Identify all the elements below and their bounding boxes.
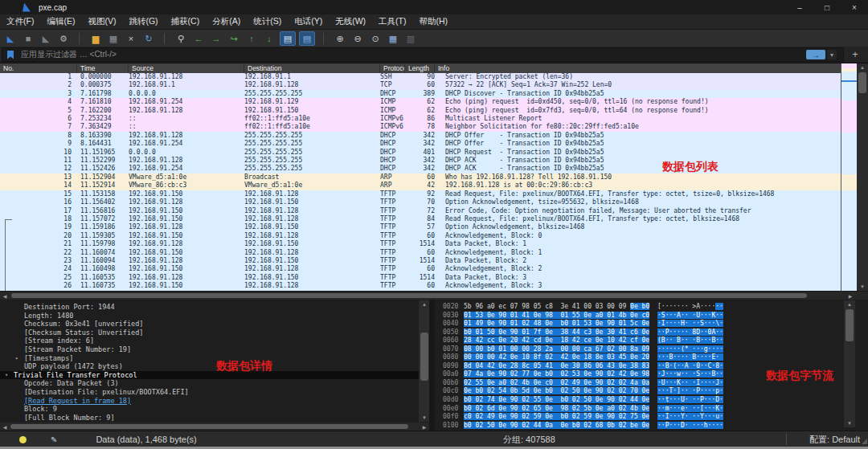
scroll-right-icon[interactable]: ▶ <box>845 292 855 300</box>
packet-map[interactable] <box>841 63 857 291</box>
go-forward-icon[interactable]: → <box>209 32 223 45</box>
packet-row[interactable]: 1611.156402192.168.91.128192.168.91.150T… <box>0 198 841 206</box>
menu-item-10[interactable]: 工具(T) <box>372 14 412 29</box>
detail-vscrollbar[interactable]: ▲ ▼ <box>419 300 430 422</box>
detail-tree-row[interactable]: [Destination File: pxelinux/BOOTX64.EFI] <box>0 388 429 397</box>
detail-tree-row[interactable]: Length: 1480 <box>0 312 429 320</box>
capture-comment-icon[interactable]: ✎ <box>51 435 57 444</box>
hex-row[interactable]: 004001 49 0e 90 01 02 48 0e b0 01 53 0e … <box>435 320 868 329</box>
detail-tree-row[interactable]: [Stream Packet Number: 19] <box>0 345 429 354</box>
hex-row[interactable]: 00205b 96 a0 ec 07 98 05 c8 3e 41 00 03 … <box>435 303 868 312</box>
packet-row[interactable]: 1711.156816192.168.91.150192.168.91.128T… <box>0 207 841 215</box>
save-file-icon[interactable]: ▦ <box>106 32 121 45</box>
packet-row[interactable]: 1811.157072192.168.91.150192.168.91.128T… <box>0 215 841 223</box>
hex-row[interactable]: 007008 00 b0 01 00 00 28 2a 00 00 ca 67 … <box>435 345 868 354</box>
hex-row[interactable]: 0050b0 01 50 0e 90 01 7f 0e 38 44 c3 0e … <box>435 329 868 337</box>
go-back-icon[interactable]: ← <box>191 32 206 45</box>
packet-list-hscroll-thumb[interactable] <box>11 293 807 298</box>
detail-tree-row[interactable]: Opcode: Data Packet (3) <box>0 379 429 388</box>
detail-hscroll-thumb[interactable] <box>10 424 408 429</box>
scroll-down-icon[interactable]: ▼ <box>857 283 868 291</box>
pane-splitter[interactable] <box>429 300 435 431</box>
tree-expanded-icon[interactable]: ▾ <box>5 371 14 380</box>
packet-row[interactable]: 10.000000192.168.91.128192.168.91.1SSH90… <box>0 73 841 81</box>
bytes-scroll-thumb[interactable] <box>845 309 854 341</box>
menu-item-4[interactable]: 跳转(G) <box>122 14 164 29</box>
find-packet-icon[interactable]: ⚲ <box>174 32 188 45</box>
scroll-down-icon[interactable]: ▼ <box>419 414 430 422</box>
detail-tree-row[interactable]: Block: 9 <box>0 405 429 414</box>
menu-item-7[interactable]: 统计(S) <box>247 14 288 29</box>
packet-row[interactable]: 77.363429::ff02::1:ffd5:a10eICMPv678Neig… <box>0 123 841 131</box>
packet-row[interactable]: 20.000375192.168.91.1192.168.91.128TCP60… <box>0 81 841 89</box>
scroll-down-icon[interactable]: ▼ <box>844 419 855 427</box>
packet-row[interactable]: 67.253234::ff02::1:ffd5:a10eICMPv686Mult… <box>0 115 841 123</box>
zoom-reset-icon[interactable]: ⊙ <box>368 32 383 45</box>
detail-tree-row[interactable]: UDP payload (1472 bytes) <box>0 362 429 371</box>
packet-row[interactable]: 47.161810192.168.91.254192.168.91.129ICM… <box>0 98 841 106</box>
open-file-icon[interactable]: ▆ <box>88 32 103 45</box>
detail-tree-row[interactable]: [Stream index: 6] <box>0 337 429 345</box>
hex-row[interactable]: 00e0b0 02 6d 0e 90 02 65 0e 98 02 5b 0e … <box>435 405 868 414</box>
resize-grip[interactable] <box>862 439 867 444</box>
scroll-left-icon[interactable]: ◀ <box>0 422 10 431</box>
filter-add-icon[interactable]: + <box>849 47 862 62</box>
detail-tree-row[interactable]: Destination Port: 1944 <box>0 303 429 312</box>
packet-row[interactable]: 2111.159798192.168.91.128192.168.91.150T… <box>0 240 841 248</box>
packet-list-vscrollbar[interactable]: ▲ ▼ <box>857 63 868 291</box>
packet-row[interactable]: 57.162200192.168.91.128192.168.91.150ICM… <box>0 107 841 115</box>
hex-row[interactable]: 00c00e b0 02 54 0b 5d 0e b0 02 50 0e 90 … <box>435 387 868 396</box>
scroll-right-icon[interactable]: ▶ <box>420 422 429 431</box>
hex-row[interactable]: 008000 00 00 42 0e 10 8f 02 42 0e 18 8e … <box>435 353 868 362</box>
packet-row[interactable]: 2411.160498192.168.91.150192.168.91.128T… <box>0 265 841 273</box>
resize-columns-icon[interactable]: ▦ <box>386 32 400 45</box>
menu-item-1[interactable]: 文件(F) <box>0 14 40 29</box>
zoom-in-icon[interactable]: ⊕ <box>333 32 347 45</box>
packet-row[interactable]: 2311.160094192.168.91.128192.168.91.150T… <box>0 257 841 265</box>
close-file-icon[interactable]: × <box>124 32 138 45</box>
menu-item-11[interactable]: 帮助(H) <box>413 14 455 29</box>
packet-row[interactable]: 1411.152914VMware_86:cb:c3VMware_d5:a1:0… <box>0 182 841 190</box>
packet-row[interactable]: 88.163390192.168.91.128255.255.255.255DH… <box>0 132 841 140</box>
menu-item-6[interactable]: 分析(A) <box>206 14 247 29</box>
packet-row[interactable]: 1311.152904VMware_d5:a1:0eBroadcastARP60… <box>0 173 841 182</box>
status-profile[interactable]: 配置: Default <box>809 434 860 446</box>
packet-row[interactable]: 37.1617980.0.0.0255.255.255.255DHCP389DH… <box>0 90 841 98</box>
go-to-packet-icon[interactable]: ↪ <box>227 32 241 45</box>
reset-layout-icon[interactable]: ▥ <box>403 32 418 45</box>
scroll-up-icon[interactable]: ▲ <box>419 300 430 308</box>
stop-capture-icon[interactable]: ■ <box>21 32 35 45</box>
maximize-button-icon[interactable]: □ <box>813 0 841 14</box>
zoom-out-icon[interactable]: ⊖ <box>350 32 365 45</box>
minimize-button-icon[interactable]: – <box>786 0 813 14</box>
detail-tree-row[interactable]: [Full Block Number: 9] <box>0 414 429 422</box>
capture-options-icon[interactable]: ⚙ <box>56 32 71 45</box>
expert-info-icon[interactable] <box>19 436 27 443</box>
hex-row[interactable]: 003001 53 0e 90 01 41 0e 98 01 55 0e a0 … <box>435 312 868 320</box>
packet-list-hscrollbar[interactable]: ◀ ▶ <box>0 291 868 300</box>
close-button-icon[interactable]: × <box>841 0 868 14</box>
filter-bookmark-icon[interactable] <box>7 51 14 59</box>
menu-item-8[interactable]: 电话(Y) <box>288 14 329 29</box>
packet-row[interactable]: 1911.159186192.168.91.128192.168.91.150T… <box>0 223 841 231</box>
scroll-up-icon[interactable]: ▲ <box>857 63 868 71</box>
display-filter-input[interactable]: 应用显示过滤器 … <Ctrl-/> → ▾ <box>2 47 844 62</box>
packet-row[interactable]: 2011.159305192.168.91.150192.168.91.128T… <box>0 232 841 240</box>
detail-tree-row[interactable]: ▸[Timestamps] <box>0 354 429 363</box>
detail-hscrollbar[interactable]: ◀ ▶ <box>0 422 429 431</box>
packet-row[interactable]: 1511.153158192.168.91.150192.168.91.128T… <box>0 190 841 198</box>
packet-row[interactable]: 2511.160535192.168.91.128192.168.91.150T… <box>0 274 841 282</box>
go-top-icon[interactable]: ↑ <box>244 32 259 45</box>
auto-scroll-icon[interactable]: ▤ <box>280 31 296 46</box>
go-bottom-icon[interactable]: ↓ <box>262 32 276 45</box>
filter-dropdown-icon[interactable]: ▾ <box>827 50 837 59</box>
start-capture-icon[interactable]: ◣ <box>3 32 18 45</box>
menu-item-2[interactable]: 编辑(E) <box>40 14 81 29</box>
packet-list-scroll-thumb[interactable] <box>858 72 866 93</box>
scroll-left-icon[interactable]: ◀ <box>0 292 10 300</box>
packet-row[interactable]: 98.164431192.168.91.254255.255.255.255DH… <box>0 140 841 148</box>
detail-tree-row[interactable]: Checksum: 0x3e41 [unverified] <box>0 320 429 329</box>
detail-scroll-thumb[interactable] <box>420 333 428 381</box>
hex-row[interactable]: 0100b0 02 50 0e 90 02 44 0a 0e b0 02 68 … <box>435 422 868 431</box>
bytes-vscrollbar[interactable]: ▲ ▼ <box>844 300 855 427</box>
